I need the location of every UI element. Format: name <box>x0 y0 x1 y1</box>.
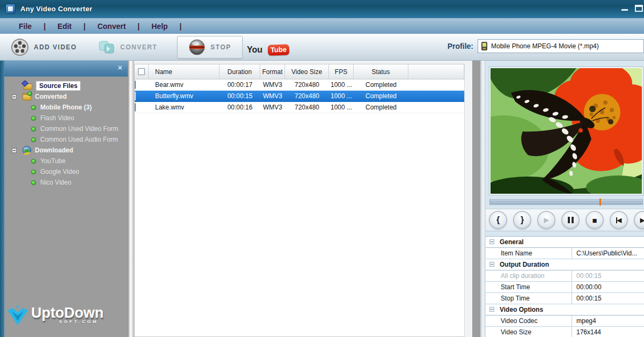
convert-button[interactable]: Convert <box>98 35 157 59</box>
select-all-cell <box>135 64 149 79</box>
start-time-value[interactable]: 00:00:00 <box>572 282 644 292</box>
mobile-phone-icon <box>481 42 487 50</box>
green-bullet-icon <box>31 170 36 174</box>
seek-bar[interactable] <box>489 199 643 205</box>
profile-dropdown[interactable]: Mobile Phone MPEG-4 Movie (*.mp4) <box>478 39 644 53</box>
cell-video-size: 720x480 <box>285 104 329 111</box>
convert-icon <box>98 39 115 55</box>
menu-separator: | <box>130 22 147 31</box>
close-brace-icon: } <box>521 215 524 225</box>
cell-format: WMV3 <box>260 92 285 100</box>
seek-position-marker[interactable] <box>599 199 601 206</box>
convert-label: Convert <box>120 43 157 51</box>
cell-duration: 00:00:15 <box>219 92 260 100</box>
property-row-video-codec: Video Codec mpeg4 <box>486 316 644 327</box>
set-start-button[interactable]: { <box>489 211 507 229</box>
sidebar-item-mobile-phone[interactable]: Mobile Phone (3) <box>4 102 128 113</box>
profile-selected-value: Mobile Phone MPEG-4 Movie (*.mp4) <box>491 42 599 50</box>
profile-label: Profile: <box>448 42 473 50</box>
file-table: Name Duration Format Video Size FPS Stat… <box>134 64 464 337</box>
property-section-video-options: Video Options <box>486 304 644 316</box>
header-video-size[interactable]: Video Size <box>285 64 329 79</box>
stop-label: Stop <box>210 43 231 51</box>
stop-playback-button[interactable]: ■ <box>586 211 604 229</box>
select-all-checkbox[interactable] <box>138 68 145 75</box>
pause-icon <box>568 217 574 223</box>
folder-up-icon <box>24 82 32 90</box>
header-name[interactable]: Name <box>149 64 219 79</box>
stop-time-value[interactable]: 00:00:15 <box>572 293 644 304</box>
sidebar-header: × <box>4 61 128 77</box>
header-status[interactable]: Status <box>354 64 408 79</box>
toolbar: Add Video Convert <box>0 34 644 61</box>
cell-name: Butterfly.wmv <box>149 92 219 100</box>
cell-format: WMV3 <box>260 104 285 111</box>
property-row-start-time: Start Time 00:00:00 <box>486 282 644 293</box>
video-size-value[interactable]: 176x144 <box>572 327 644 337</box>
table-row[interactable]: Bear.wmv 00:00:17 WMV3 720x480 1000 ... … <box>135 79 464 91</box>
header-fps[interactable]: FPS <box>329 64 354 79</box>
sidebar-item-source-files[interactable]: Source Files <box>4 80 128 91</box>
menu-file[interactable]: File <box>14 22 36 31</box>
skip-end-icon: ▶ <box>640 217 644 224</box>
header-filler <box>408 64 464 79</box>
set-end-button[interactable]: } <box>513 211 531 229</box>
cell-status: Completed <box>354 92 408 100</box>
sidebar-item-common-video-formats[interactable]: Common Used Video Form <box>4 123 128 134</box>
collapse-icon[interactable] <box>12 148 17 153</box>
sidebar-item-flash-video[interactable]: Flash Video <box>4 113 128 123</box>
app-window: Any Video Converter File | Edit | Conver… <box>0 0 644 337</box>
add-video-button[interactable]: Add Video <box>11 35 77 59</box>
green-bullet-icon <box>31 116 36 121</box>
sidebar-item-downloaded[interactable]: Downloaded <box>4 145 128 156</box>
video-preview <box>489 67 643 195</box>
sidebar-item-youtube[interactable]: YouTube <box>4 156 128 166</box>
collapse-icon[interactable] <box>12 94 17 99</box>
folder-check-icon <box>23 93 31 100</box>
header-format[interactable]: Format <box>260 64 285 79</box>
youtube-logo-tube: Tube <box>268 44 290 55</box>
sidebar-item-google-video[interactable]: Google Video <box>4 166 128 177</box>
pause-button[interactable] <box>561 211 580 229</box>
add-video-label: Add Video <box>34 43 77 51</box>
preview-panel: { } ▶ ■ ◀ ▶ General Item Name C:\Users\P… <box>486 61 644 337</box>
cell-fps: 1000 ... <box>329 92 354 100</box>
skip-start-icon: ◀ <box>616 217 621 224</box>
file-list-area: Name Duration Format Video Size FPS Stat… <box>134 61 472 337</box>
table-row[interactable]: Lake.wmv 00:00:16 WMV3 720x480 1000 ... … <box>135 102 464 113</box>
skip-to-end-button[interactable]: ▶ <box>634 211 644 229</box>
menu-bar: File | Edit | Convert | Help | <box>0 18 644 34</box>
menu-help[interactable]: Help <box>147 22 172 31</box>
collapse-icon[interactable] <box>489 239 494 244</box>
skip-to-start-button[interactable]: ◀ <box>610 211 628 229</box>
table-header-row: Name Duration Format Video Size FPS Stat… <box>135 64 464 79</box>
row-checkbox[interactable] <box>135 92 136 100</box>
green-bullet-icon <box>31 127 36 131</box>
video-codec-value[interactable]: mpeg4 <box>572 316 644 326</box>
collapse-icon[interactable] <box>489 307 494 312</box>
sidebar-item-nico-video[interactable]: Nico Video <box>4 177 128 188</box>
play-button[interactable]: ▶ <box>537 211 555 229</box>
sidebar-item-converted[interactable]: Converted <box>4 91 128 102</box>
youtube-button[interactable]: YouTube <box>247 38 289 62</box>
table-scrollbar[interactable] <box>464 64 472 337</box>
close-icon[interactable]: × <box>118 63 122 72</box>
menu-separator: | <box>172 22 189 31</box>
row-checkbox[interactable] <box>135 103 136 112</box>
header-duration[interactable]: Duration <box>219 64 260 79</box>
menu-edit[interactable]: Edit <box>53 22 76 31</box>
collapse-icon[interactable] <box>489 262 494 267</box>
stop-button[interactable]: Stop <box>177 36 243 58</box>
maximize-button[interactable] <box>635 5 643 12</box>
row-checkbox[interactable] <box>135 80 136 89</box>
sidebar-item-common-audio-formats[interactable]: Common Used Audio Form <box>4 134 128 145</box>
panel-splitter[interactable] <box>480 61 486 337</box>
minimize-button[interactable] <box>621 5 629 12</box>
cell-fps: 1000 ... <box>329 104 354 111</box>
sidebar-splitter[interactable] <box>128 61 134 337</box>
table-row-selected[interactable]: Butterfly.wmv 00:00:15 WMV3 720x480 1000… <box>135 91 464 102</box>
menu-convert[interactable]: Convert <box>93 22 130 31</box>
window-controls <box>612 0 644 18</box>
cell-status: Completed <box>354 81 408 89</box>
youtube-logo-you: You <box>247 45 262 55</box>
